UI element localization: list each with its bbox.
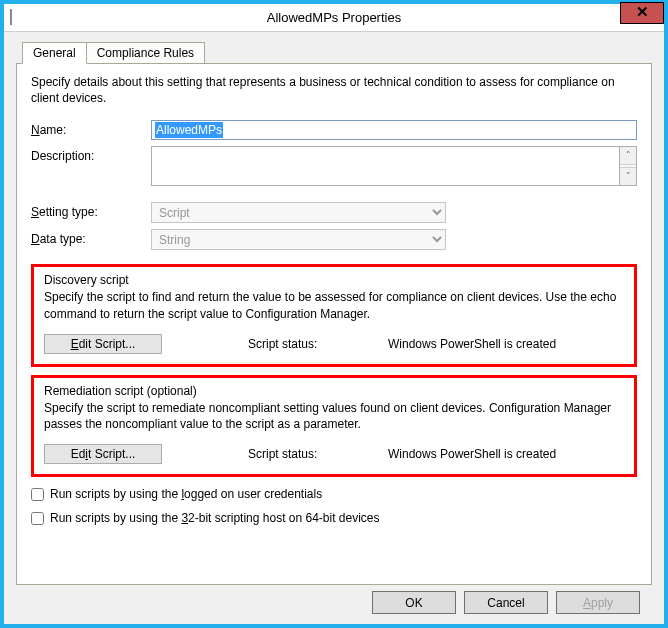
- tab-general-label: General: [33, 46, 76, 60]
- tab-compliance-rules[interactable]: Compliance Rules: [86, 42, 205, 64]
- logged-on-creds-label: Run scripts by using the logged on user …: [50, 487, 322, 501]
- dialog-footer: OK Cancel Apply: [16, 585, 652, 616]
- cancel-button[interactable]: Cancel: [464, 591, 548, 614]
- description-scrollbar[interactable]: ˄ ˅: [620, 146, 637, 186]
- row-name: Name: AllowedMPs: [31, 120, 637, 140]
- scroll-down-icon[interactable]: ˅: [620, 167, 636, 185]
- client-area: General Compliance Rules Specify details…: [4, 32, 664, 624]
- close-button[interactable]: ✕: [620, 2, 664, 24]
- tab-strip: General Compliance Rules: [22, 42, 652, 64]
- label-description: Description:: [31, 146, 151, 163]
- intro-text: Specify details about this setting that …: [31, 74, 637, 106]
- logged-on-creds-checkbox[interactable]: [31, 488, 44, 501]
- window-title: AllowedMPs Properties: [4, 10, 664, 25]
- 32bit-host-label: Run scripts by using the 32-bit scriptin…: [50, 511, 380, 525]
- row-setting-type: Setting type: Script: [31, 202, 637, 223]
- remediation-status-value: Windows PowerShell is created: [388, 447, 556, 461]
- 32bit-host-checkbox[interactable]: [31, 512, 44, 525]
- discovery-desc: Specify the script to find and return th…: [44, 289, 624, 321]
- scroll-up-icon[interactable]: ˄: [620, 147, 636, 165]
- description-textarea[interactable]: [151, 146, 620, 186]
- name-value-selected: AllowedMPs: [155, 122, 223, 138]
- label-data-type: Data type:: [31, 229, 151, 246]
- label-name: Name:: [31, 120, 151, 137]
- tab-general[interactable]: General: [22, 42, 87, 64]
- row-description: Description: ˄ ˅: [31, 146, 637, 186]
- window-frame: AllowedMPs Properties ✕ General Complian…: [0, 0, 668, 628]
- tab-panel-general: Specify details about this setting that …: [16, 63, 652, 585]
- row-32bit-host: Run scripts by using the 32-bit scriptin…: [31, 511, 637, 525]
- row-data-type: Data type: String: [31, 229, 637, 250]
- discovery-edit-script-button[interactable]: Edit Script...: [44, 334, 162, 354]
- discovery-script-section: Discovery script Specify the script to f…: [31, 264, 637, 366]
- label-setting-type: Setting type:: [31, 202, 151, 219]
- title-bar: AllowedMPs Properties ✕: [4, 4, 664, 32]
- remediation-script-section: Remediation script (optional) Specify th…: [31, 375, 637, 477]
- setting-type-select[interactable]: Script: [151, 202, 446, 223]
- ok-button[interactable]: OK: [372, 591, 456, 614]
- data-type-select[interactable]: String: [151, 229, 446, 250]
- remediation-title: Remediation script (optional): [44, 384, 624, 398]
- name-input[interactable]: AllowedMPs: [151, 120, 637, 140]
- remediation-status-label: Script status:: [248, 447, 388, 461]
- tab-compliance-label: Compliance Rules: [97, 46, 194, 60]
- discovery-status-value: Windows PowerShell is created: [388, 337, 556, 351]
- remediation-desc: Specify the script to remediate noncompl…: [44, 400, 624, 432]
- close-icon: ✕: [636, 3, 649, 20]
- discovery-title: Discovery script: [44, 273, 624, 287]
- discovery-status-label: Script status:: [248, 337, 388, 351]
- apply-button: Apply: [556, 591, 640, 614]
- remediation-edit-script-button[interactable]: Edit Script...: [44, 444, 162, 464]
- row-logged-on-creds: Run scripts by using the logged on user …: [31, 487, 637, 501]
